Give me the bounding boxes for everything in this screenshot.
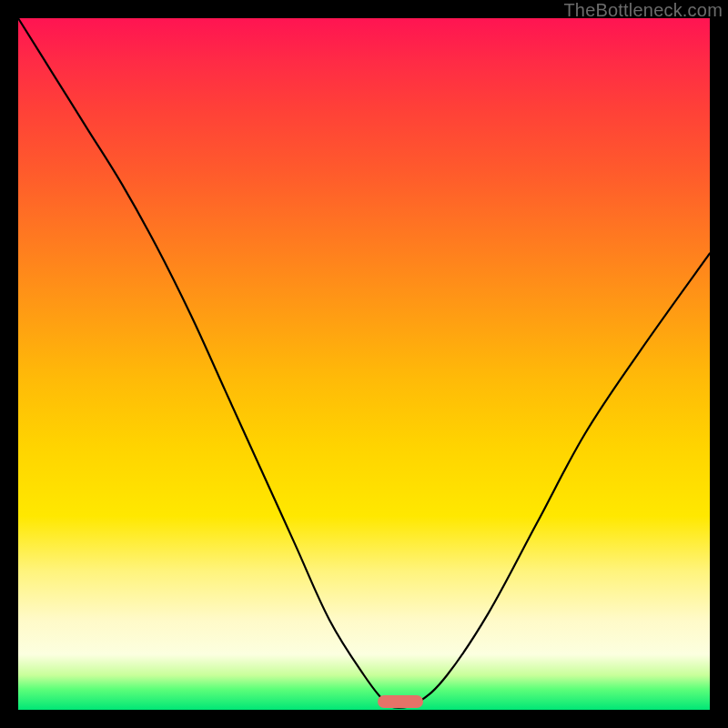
optimal-point-marker (378, 695, 423, 708)
bottleneck-curve (18, 18, 710, 710)
chart-frame: TheBottleneck.com (0, 0, 728, 728)
plot-area (18, 18, 710, 710)
